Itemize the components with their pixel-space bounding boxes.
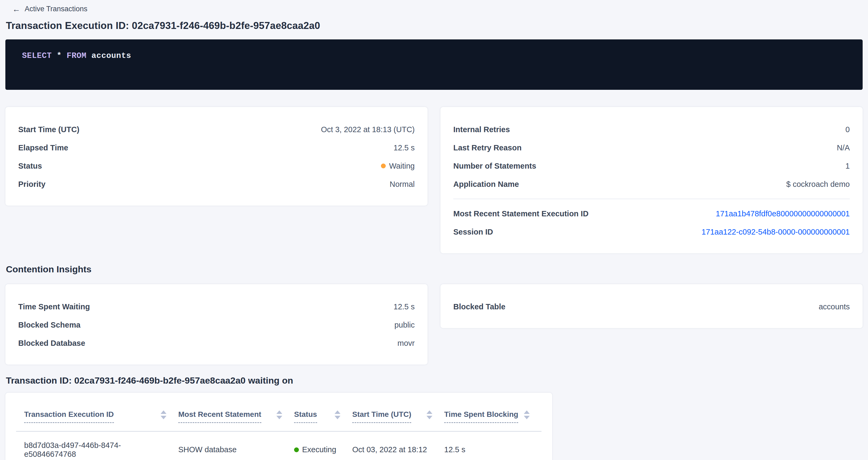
- internal-retries-value: 0: [845, 125, 850, 134]
- priority-value: Normal: [390, 179, 415, 189]
- sql-table-name: accounts: [91, 51, 131, 60]
- row-number-of-statements: Number of Statements 1: [453, 157, 850, 175]
- column-header-label: Status: [294, 410, 317, 423]
- blocked-database-label: Blocked Database: [18, 338, 85, 348]
- most-recent-statement-execution-id-link[interactable]: 171aa1b478fdf0e80000000000000001: [716, 209, 850, 218]
- arrow-left-icon: ←: [12, 5, 20, 13]
- row-time-spent-waiting: Time Spent Waiting 12.5 s: [18, 298, 415, 316]
- sql-star: *: [57, 51, 62, 60]
- status-label: Status: [18, 161, 42, 171]
- priority-label: Priority: [18, 179, 45, 189]
- cell-start-time: Oct 03, 2022 at 18:12: [352, 445, 444, 454]
- contention-blocked-table-card: Blocked Table accounts: [440, 284, 863, 328]
- waiting-on-heading: Transaction ID: 02ca7931-f246-469b-b2fe-…: [6, 375, 863, 386]
- application-name-label: Application Name: [453, 179, 519, 189]
- summary-cards-row: Start Time (UTC) Oct 3, 2022 at 18:13 (U…: [5, 107, 863, 253]
- column-header-label: Transaction Execution ID: [24, 410, 114, 423]
- last-retry-reason-value: N/A: [837, 143, 850, 153]
- card-divider: [453, 198, 850, 199]
- waiting-on-table-header: Transaction Execution ID Most Recent Sta…: [16, 410, 541, 423]
- start-time-value: Oct 3, 2022 at 18:13 (UTC): [321, 125, 415, 134]
- row-application-name: Application Name $ cockroach demo: [453, 175, 850, 193]
- number-of-statements-value: 1: [845, 161, 850, 171]
- session-id-link[interactable]: 171aa122-c092-54b8-0000-000000000001: [702, 227, 850, 237]
- elapsed-time-value: 12.5 s: [394, 143, 415, 153]
- status-text: Waiting: [389, 161, 415, 171]
- status-dot-executing-icon: [294, 448, 299, 452]
- details-card: Internal Retries 0 Last Retry Reason N/A…: [440, 107, 863, 253]
- row-status: Status Waiting: [18, 157, 415, 175]
- start-time-label: Start Time (UTC): [18, 125, 79, 134]
- session-id-label: Session ID: [453, 227, 493, 237]
- contention-cards-row: Time Spent Waiting 12.5 s Blocked Schema…: [5, 284, 863, 365]
- column-header-label: Time Spent Blocking: [444, 410, 518, 423]
- column-header-label: Most Recent Statement: [178, 410, 261, 423]
- column-header-time-spent-blocking[interactable]: Time Spent Blocking: [444, 410, 541, 423]
- breadcrumb-label: Active Transactions: [25, 5, 87, 13]
- number-of-statements-label: Number of Statements: [453, 161, 536, 171]
- contention-waiting-card: Time Spent Waiting 12.5 s Blocked Schema…: [5, 284, 428, 365]
- row-last-retry-reason: Last Retry Reason N/A: [453, 139, 850, 157]
- status-dot-waiting-icon: [381, 163, 386, 168]
- column-header-start-time[interactable]: Start Time (UTC): [352, 410, 444, 423]
- sort-icon[interactable]: [276, 410, 282, 419]
- time-spent-waiting-value: 12.5 s: [394, 302, 415, 311]
- row-priority: Priority Normal: [18, 175, 415, 193]
- elapsed-time-label: Elapsed Time: [18, 143, 68, 153]
- blocked-table-label: Blocked Table: [453, 302, 505, 311]
- column-header-transaction-execution-id[interactable]: Transaction Execution ID: [24, 410, 178, 423]
- sort-icon[interactable]: [524, 410, 530, 419]
- sort-icon[interactable]: [427, 410, 432, 419]
- time-spent-waiting-label: Time Spent Waiting: [18, 302, 90, 311]
- cell-status: Executing: [294, 445, 352, 454]
- cell-most-recent-statement: SHOW database: [178, 445, 294, 454]
- internal-retries-label: Internal Retries: [453, 125, 510, 134]
- blocked-table-value: accounts: [819, 302, 850, 311]
- row-session-id: Session ID 171aa122-c092-54b8-0000-00000…: [453, 223, 850, 241]
- row-blocked-schema: Blocked Schema public: [18, 316, 415, 334]
- contention-insights-heading: Contention Insights: [6, 264, 863, 275]
- sql-statement-box: SELECT * FROM accounts: [5, 39, 863, 90]
- row-most-recent-statement-execution-id: Most Recent Statement Execution ID 171aa…: [453, 205, 850, 223]
- column-header-most-recent-statement[interactable]: Most Recent Statement: [178, 410, 294, 423]
- row-blocked-database: Blocked Database movr: [18, 334, 415, 352]
- cell-transaction-execution-id: b8d7d03a-d497-446b-8474-e50846674768: [24, 441, 178, 459]
- blocked-database-value: movr: [398, 338, 415, 348]
- transaction-details-page: ← Active Transactions Transaction Execut…: [0, 0, 868, 460]
- waiting-on-table-card: Transaction Execution ID Most Recent Sta…: [5, 393, 552, 460]
- sql-keyword-select: SELECT: [22, 51, 52, 60]
- column-header-label: Start Time (UTC): [352, 410, 411, 423]
- blocked-schema-label: Blocked Schema: [18, 320, 81, 330]
- row-elapsed-time: Elapsed Time 12.5 s: [18, 139, 415, 157]
- cell-time-spent-blocking: 12.5 s: [444, 445, 541, 454]
- status-text: Executing: [302, 445, 336, 454]
- status-value: Waiting: [381, 161, 415, 171]
- summary-card: Start Time (UTC) Oct 3, 2022 at 18:13 (U…: [5, 107, 428, 206]
- row-blocked-table: Blocked Table accounts: [453, 298, 850, 316]
- most-recent-statement-execution-id-label: Most Recent Statement Execution ID: [453, 209, 588, 218]
- page-title: Transaction Execution ID: 02ca7931-f246-…: [6, 20, 863, 31]
- sort-icon[interactable]: [335, 410, 340, 419]
- table-row: b8d7d03a-d497-446b-8474-e50846674768 SHO…: [16, 432, 541, 460]
- last-retry-reason-label: Last Retry Reason: [453, 143, 522, 153]
- column-header-status[interactable]: Status: [294, 410, 352, 423]
- blocked-schema-value: public: [394, 320, 415, 330]
- row-start-time: Start Time (UTC) Oct 3, 2022 at 18:13 (U…: [18, 120, 415, 139]
- sql-keyword-from: FROM: [67, 51, 87, 60]
- sort-icon[interactable]: [161, 410, 166, 419]
- row-internal-retries: Internal Retries 0: [453, 120, 850, 139]
- application-name-value: $ cockroach demo: [786, 179, 850, 189]
- back-to-active-transactions[interactable]: ← Active Transactions: [12, 5, 863, 13]
